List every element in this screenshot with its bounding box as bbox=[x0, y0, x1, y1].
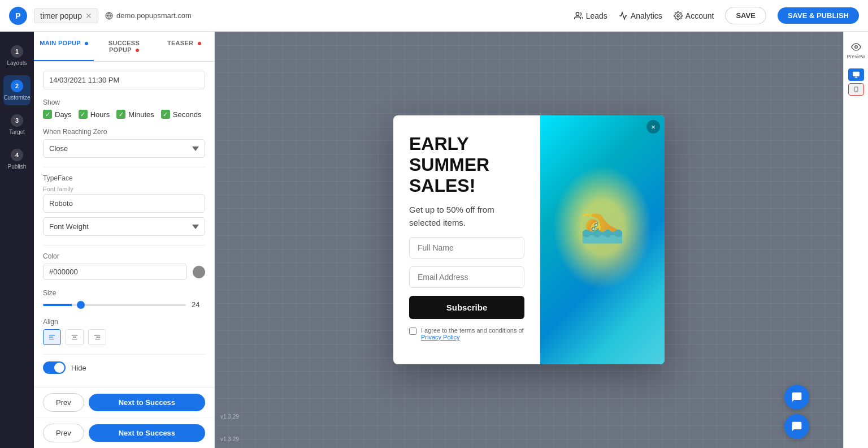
step-4-label: Publish bbox=[8, 163, 27, 170]
datetime-group bbox=[43, 71, 205, 89]
prev-button-1[interactable]: Prev bbox=[43, 393, 84, 412]
save-button[interactable]: SAVE bbox=[725, 7, 766, 24]
main-popup-dot bbox=[85, 42, 88, 45]
color-input-box[interactable]: #000000 bbox=[43, 264, 187, 280]
popup-subtitle: Get up to 50% off from selected items. bbox=[409, 204, 524, 229]
leads-link[interactable]: Leads bbox=[574, 11, 607, 20]
sidebar-item-publish[interactable]: 4 Publish bbox=[3, 144, 31, 174]
next-success-button-1[interactable]: Next to Success bbox=[89, 394, 205, 411]
divider-2 bbox=[43, 245, 205, 245]
align-center-button[interactable] bbox=[66, 329, 84, 345]
teaser-dot bbox=[198, 42, 201, 45]
typeface-group: TypeFace Font family Font Weight bbox=[43, 174, 205, 236]
top-navigation: P timer popup ✕ demo.popupsmart.com Lead… bbox=[0, 0, 868, 32]
success-popup-dot bbox=[136, 49, 139, 52]
typeface-label: TypeFace bbox=[43, 174, 205, 182]
step-1-number: 1 bbox=[11, 45, 23, 58]
account-link[interactable]: Account bbox=[674, 11, 714, 20]
show-minutes: Minutes bbox=[116, 110, 154, 119]
settings-panel: MAIN POPUP SUCCESS POPUP TEASER Show bbox=[34, 32, 215, 448]
chat-buttons bbox=[784, 385, 809, 439]
save-publish-button[interactable]: SAVE & PUBLISH bbox=[778, 7, 859, 24]
hide-label: Hide bbox=[71, 364, 86, 372]
step-3-number: 3 bbox=[11, 114, 23, 127]
align-left-button[interactable] bbox=[43, 329, 61, 345]
step-3-label: Target bbox=[9, 129, 25, 135]
align-group: Align bbox=[43, 318, 205, 345]
align-row bbox=[43, 329, 205, 345]
divider-1 bbox=[43, 167, 205, 167]
globe-icon bbox=[105, 12, 113, 20]
project-name-text: timer popup bbox=[40, 11, 82, 20]
canvas-area: × EARLY SUMMER SALES! Get up to 50% off … bbox=[215, 32, 843, 448]
font-weight-select[interactable]: Font Weight bbox=[43, 217, 205, 236]
show-group: Show Days Hours Minutes bbox=[43, 98, 205, 119]
popup-subscribe-button[interactable]: Subscribe bbox=[409, 296, 524, 319]
step-2-label: Customize bbox=[3, 94, 30, 101]
color-swatch[interactable] bbox=[193, 266, 205, 278]
tab-main-popup[interactable]: MAIN POPUP bbox=[34, 32, 94, 61]
size-slider[interactable] bbox=[43, 304, 186, 306]
popup-fullname-input[interactable] bbox=[409, 237, 524, 259]
sidebar-item-layouts[interactable]: 1 Layouts bbox=[3, 41, 31, 71]
sidebar-item-target[interactable]: 3 Target bbox=[3, 110, 31, 140]
tab-success-popup[interactable]: SUCCESS POPUP bbox=[94, 32, 154, 61]
next-success-button-2[interactable]: Next to Success bbox=[89, 424, 205, 442]
tab-teaser[interactable]: TEASER bbox=[154, 32, 214, 61]
mobile-toggle[interactable] bbox=[848, 83, 864, 96]
step-2-number: 2 bbox=[11, 80, 23, 92]
show-label: Show bbox=[43, 98, 205, 106]
version-label-2: v1.3.29 bbox=[220, 436, 239, 442]
clear-project-icon[interactable]: ✕ bbox=[85, 11, 92, 20]
color-value-text: #000000 bbox=[49, 268, 78, 276]
divider-3 bbox=[43, 354, 205, 355]
show-seconds: Seconds bbox=[161, 110, 202, 119]
sidebar-navigation: 1 Layouts 2 Customize 3 Target 4 Publish bbox=[0, 32, 34, 448]
preview-label: Preview bbox=[847, 54, 865, 59]
popup-close-button[interactable]: × bbox=[646, 120, 660, 133]
desktop-toggle[interactable] bbox=[848, 68, 864, 81]
popup-terms-checkbox[interactable] bbox=[409, 328, 416, 335]
svg-rect-14 bbox=[853, 72, 860, 76]
size-value: 24 bbox=[192, 300, 205, 309]
svg-point-13 bbox=[854, 46, 857, 49]
nav-actions: Leads Analytics Account SAVE SAVE & PUBL… bbox=[574, 7, 859, 24]
when-zero-select[interactable]: Close bbox=[43, 139, 205, 158]
project-name-field[interactable]: timer popup ✕ bbox=[34, 8, 98, 23]
main-body: 1 Layouts 2 Customize 3 Target 4 Publish… bbox=[0, 32, 868, 448]
chat-button-2[interactable] bbox=[784, 414, 809, 439]
preview-toggle[interactable]: Preview bbox=[846, 38, 866, 63]
chat-icon-1 bbox=[791, 391, 802, 403]
size-row: 24 bbox=[43, 300, 205, 309]
sidebar-item-customize[interactable]: 2 Customize bbox=[3, 75, 31, 105]
align-right-button[interactable] bbox=[88, 329, 106, 345]
preview-url: demo.popupsmart.com bbox=[105, 11, 192, 20]
minutes-label: Minutes bbox=[128, 110, 154, 119]
chat-icon-2 bbox=[791, 421, 802, 432]
days-checkbox[interactable] bbox=[43, 110, 52, 119]
step-4-number: 4 bbox=[11, 149, 23, 161]
analytics-link[interactable]: Analytics bbox=[619, 11, 662, 20]
analytics-icon bbox=[619, 11, 628, 20]
privacy-policy-link[interactable]: Privacy Policy bbox=[421, 334, 459, 341]
chat-button-1[interactable] bbox=[784, 385, 809, 410]
show-days: Days bbox=[43, 110, 72, 119]
when-zero-label: When Reaching Zero bbox=[43, 128, 205, 136]
prev-button-2[interactable]: Prev bbox=[43, 424, 84, 442]
desktop-icon bbox=[852, 71, 860, 79]
size-group: Size 24 bbox=[43, 289, 205, 309]
color-label: Color bbox=[43, 252, 205, 260]
popup-email-input[interactable] bbox=[409, 266, 524, 288]
hours-checkbox[interactable] bbox=[79, 110, 88, 119]
hide-toggle[interactable] bbox=[43, 361, 66, 374]
size-label: Size bbox=[43, 289, 205, 297]
font-family-input[interactable] bbox=[43, 194, 205, 213]
hide-row: Hide bbox=[43, 361, 205, 374]
datetime-input[interactable] bbox=[43, 71, 205, 89]
footer-row-1: Prev Next to Success bbox=[34, 387, 214, 418]
footer-row-2: Prev Next to Success bbox=[34, 418, 214, 448]
minutes-checkbox[interactable] bbox=[116, 110, 125, 119]
seconds-checkbox[interactable] bbox=[161, 110, 170, 119]
app-logo[interactable]: P bbox=[9, 7, 27, 25]
font-family-sublabel: Font family bbox=[43, 186, 205, 192]
